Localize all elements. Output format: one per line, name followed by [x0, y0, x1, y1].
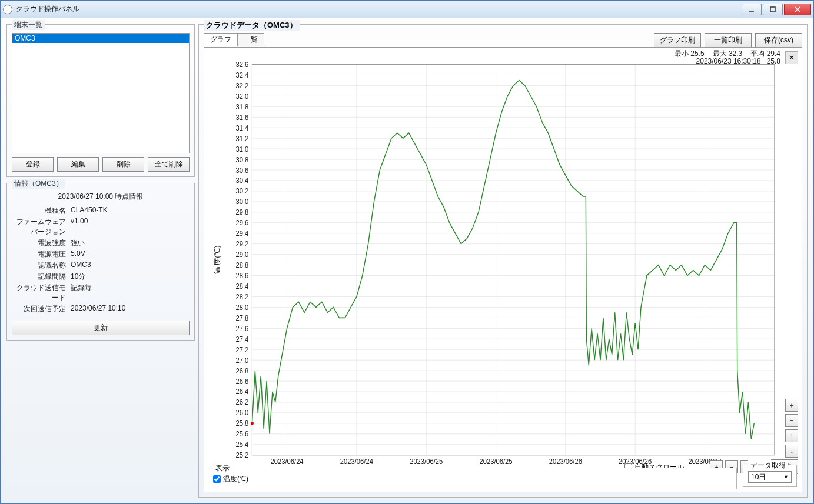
svg-text:30.2: 30.2	[235, 187, 248, 196]
info-row: 次回送信予定2023/06/27 10:10	[12, 303, 190, 315]
svg-text:29.2: 29.2	[235, 240, 248, 249]
minimize-button[interactable]	[742, 4, 762, 15]
update-button[interactable]: 更新	[12, 321, 190, 335]
svg-text:31.8: 31.8	[235, 102, 248, 111]
data-get-title: データ取得	[748, 460, 788, 470]
info-value: CLA450-TK	[71, 206, 190, 216]
info-value: 5.0V	[71, 249, 190, 259]
scroll-down-button[interactable]: ↓	[785, 445, 798, 458]
info-timestamp: 2023/06/27 10:00 時点情報	[12, 192, 190, 202]
svg-text:26.6: 26.6	[235, 377, 248, 386]
svg-text:32.6: 32.6	[235, 60, 248, 69]
info-title: 情報（OMC3）	[12, 179, 65, 189]
data-get-group: データ取得 10日 ▼	[743, 465, 797, 487]
svg-text:31.4: 31.4	[235, 124, 248, 132]
info-label: クラウド送信モード	[12, 283, 71, 303]
plot-area[interactable]: 25.225.425.625.826.026.226.426.626.827.0…	[210, 51, 780, 488]
info-label: 認識名称	[12, 261, 71, 271]
svg-text:26.8: 26.8	[235, 366, 248, 375]
svg-text:26.4: 26.4	[235, 388, 248, 396]
delete-button[interactable]: 削除	[102, 157, 144, 172]
info-group: 情報（OMC3） 2023/06/27 10:00 時点情報 機種名CLA450…	[6, 183, 195, 341]
delete-all-button[interactable]: 全て削除	[148, 157, 190, 172]
chart-close-button[interactable]: ✕	[785, 51, 798, 64]
info-label: 機種名	[12, 206, 71, 216]
svg-text:2023/06/26: 2023/06/26	[549, 458, 582, 466]
info-value: OMC3	[71, 261, 190, 271]
toolbar-row: グラフ 一覧 グラフ印刷 一覧印刷 保存(csv)	[204, 33, 802, 48]
terminal-buttons: 登録 編集 削除 全て削除	[12, 157, 190, 172]
cloud-data-group: クラウドデータ（OMC3） グラフ 一覧 グラフ印刷 一覧印刷 保存(csv)	[198, 24, 808, 498]
zoom-out-button[interactable]: －	[785, 414, 798, 427]
svg-text:2023/06/24: 2023/06/24	[271, 458, 304, 466]
window-buttons	[742, 4, 811, 15]
svg-rect-1	[770, 7, 775, 12]
app-icon	[3, 5, 12, 14]
svg-text:29.0: 29.0	[235, 251, 248, 259]
print-list-button[interactable]: 一覧印刷	[705, 33, 752, 48]
svg-text:28.0: 28.0	[235, 303, 248, 312]
info-label: 電波強度	[12, 238, 71, 248]
zoom-in-button[interactable]: ＋	[785, 399, 798, 412]
svg-text:29.8: 29.8	[235, 208, 248, 217]
svg-text:2023/06/25: 2023/06/25	[479, 458, 512, 466]
print-graph-button[interactable]: グラフ印刷	[654, 33, 701, 48]
svg-text:31.6: 31.6	[235, 113, 248, 122]
svg-text:28.4: 28.4	[235, 282, 248, 291]
temperature-label: 温度(℃)	[223, 474, 248, 484]
tab-graph[interactable]: グラフ	[204, 33, 238, 46]
right-column: クラウドデータ（OMC3） グラフ 一覧 グラフ印刷 一覧印刷 保存(csv)	[198, 24, 808, 498]
window-title: クラウド操作パネル	[16, 4, 742, 14]
register-button[interactable]: 登録	[12, 157, 54, 172]
info-row: 記録間隔10分	[12, 271, 190, 282]
svg-text:27.8: 27.8	[235, 313, 248, 322]
close-button[interactable]	[784, 4, 811, 15]
maximize-button[interactable]	[763, 4, 783, 15]
info-row: 電波強度強い	[12, 238, 190, 249]
svg-text:28.8: 28.8	[235, 261, 248, 270]
tab-list[interactable]: 一覧	[237, 33, 264, 46]
terminal-list-item[interactable]: OMC3	[12, 34, 189, 43]
terminal-listbox[interactable]: OMC3	[12, 33, 190, 153]
svg-text:25.6: 25.6	[235, 430, 248, 439]
info-label: 次回送信予定	[12, 304, 71, 314]
info-label: ファームウェアバージョン	[12, 217, 71, 237]
svg-text:26.2: 26.2	[235, 398, 248, 407]
data-get-combo[interactable]: 10日 ▼	[748, 471, 792, 483]
svg-text:25.8: 25.8	[235, 419, 248, 428]
save-csv-button[interactable]: 保存(csv)	[755, 33, 802, 48]
svg-text:28.6: 28.6	[235, 272, 248, 281]
left-column: 端末一覧 OMC3 登録 編集 削除 全て削除 情報（OMC3） 2023/06…	[6, 24, 195, 498]
svg-text:31.2: 31.2	[235, 134, 248, 143]
info-row: 電源電圧5.0V	[12, 249, 190, 260]
info-label: 記録間隔	[12, 272, 71, 282]
display-group: 表示 温度(℃)	[208, 468, 737, 489]
info-row: 認識名称OMC3	[12, 260, 190, 271]
svg-rect-101	[252, 65, 774, 455]
tabs: グラフ 一覧	[204, 33, 264, 46]
scroll-up-button[interactable]: ↑	[785, 429, 798, 442]
info-value: 2023/06/27 10:10	[71, 304, 190, 314]
edit-button[interactable]: 編集	[57, 157, 99, 172]
svg-text:27.6: 27.6	[235, 324, 248, 333]
zoom-buttons: ＋ － ↑ ↓	[785, 399, 798, 458]
info-value: 記録毎	[71, 283, 190, 303]
info-row: クラウド送信モード記録毎	[12, 282, 190, 303]
svg-text:27.4: 27.4	[235, 335, 248, 343]
svg-text:31.0: 31.0	[235, 145, 248, 153]
svg-text:29.6: 29.6	[235, 219, 248, 228]
svg-text:2023/06/24: 2023/06/24	[340, 458, 373, 466]
titlebar: クラウド操作パネル	[1, 1, 813, 18]
svg-text:30.8: 30.8	[235, 155, 248, 164]
data-get-value: 10日	[751, 472, 766, 482]
temperature-checkbox[interactable]	[213, 475, 221, 483]
svg-text:29.4: 29.4	[235, 229, 248, 238]
svg-point-103	[251, 422, 254, 425]
terminal-list-group: 端末一覧 OMC3 登録 編集 削除 全て削除	[6, 24, 195, 177]
info-row: 機種名CLA450-TK	[12, 205, 190, 216]
client-area: 端末一覧 OMC3 登録 編集 削除 全て削除 情報（OMC3） 2023/06…	[1, 18, 813, 503]
info-value: 10分	[71, 272, 190, 282]
terminal-list-title: 端末一覧	[12, 20, 45, 30]
cloud-data-title: クラウドデータ（OMC3）	[204, 20, 300, 31]
svg-text:2023/06/25: 2023/06/25	[410, 458, 443, 466]
